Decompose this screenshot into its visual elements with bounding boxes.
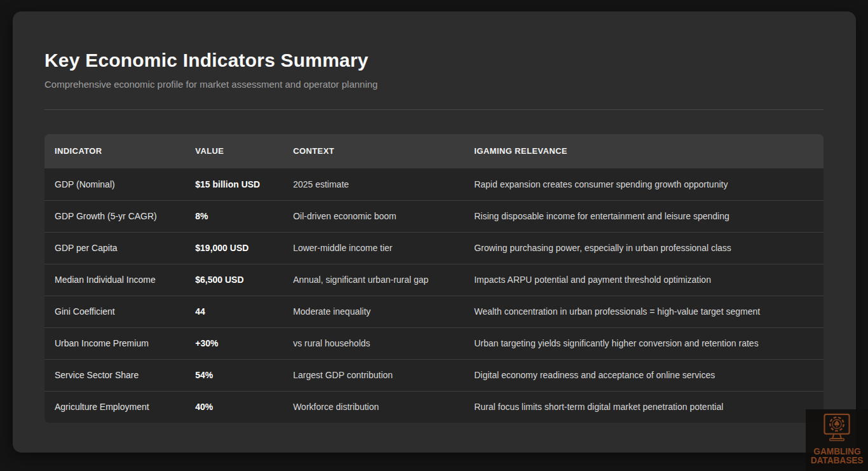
table-row: GDP Growth (5-yr CAGR)8%Oil-driven econo… xyxy=(44,200,824,232)
column-header-indicator: INDICATOR xyxy=(44,134,185,168)
cell-value: $6,500 USD xyxy=(185,264,283,296)
cell-indicator: GDP Growth (5-yr CAGR) xyxy=(44,200,185,232)
cell-indicator: Urban Income Premium xyxy=(44,327,185,359)
table-row: Median Individual Income$6,500 USDAnnual… xyxy=(44,264,824,296)
cell-value: 40% xyxy=(185,391,283,423)
cell-value: 8% xyxy=(185,200,283,232)
cell-context: Largest GDP contribution xyxy=(283,359,464,391)
table-row: GDP (Nominal)$15 billion USD2025 estimat… xyxy=(44,168,824,200)
monitor-poker-chip-icon xyxy=(818,413,856,447)
cell-relevance: Wealth concentration in urban profession… xyxy=(464,296,824,327)
table-header-row: INDICATOR VALUE CONTEXT IGAMING RELEVANC… xyxy=(44,134,824,168)
summary-card: Key Economic Indicators Summary Comprehe… xyxy=(13,11,856,453)
cell-context: Oil-driven economic boom xyxy=(283,200,464,232)
watermark-badge: GAMBLING DATABASES xyxy=(806,409,868,471)
cell-context: Workforce distribution xyxy=(283,391,464,423)
cell-relevance: Rapid expansion creates consumer spendin… xyxy=(464,168,824,200)
cell-context: vs rural households xyxy=(283,327,464,359)
table-body: GDP (Nominal)$15 billion USD2025 estimat… xyxy=(44,168,824,423)
cell-indicator: Median Individual Income xyxy=(44,264,185,296)
cell-value: $15 billion USD xyxy=(185,168,283,200)
cell-context: 2025 estimate xyxy=(283,168,464,200)
cell-value: 54% xyxy=(185,359,283,391)
table-row: Urban Income Premium+30%vs rural househo… xyxy=(44,327,824,359)
cell-value: +30% xyxy=(185,327,283,359)
cell-context: Lower-middle income tier xyxy=(283,232,464,264)
cell-relevance: Rural focus limits short-term digital ma… xyxy=(464,391,824,423)
page-subtitle: Comprehensive economic profile for marke… xyxy=(44,79,824,90)
cell-relevance: Digital economy readiness and acceptance… xyxy=(464,359,824,391)
cell-context: Moderate inequality xyxy=(283,296,464,327)
column-header-context: CONTEXT xyxy=(283,134,464,168)
cell-indicator: Gini Coefficient xyxy=(44,296,185,327)
table-row: Service Sector Share54%Largest GDP contr… xyxy=(44,359,824,391)
indicators-table-container: INDICATOR VALUE CONTEXT IGAMING RELEVANC… xyxy=(44,134,824,423)
watermark-text-line1: GAMBLING xyxy=(813,447,860,456)
column-header-value: VALUE xyxy=(185,134,283,168)
cell-relevance: Growing purchasing power, especially in … xyxy=(464,232,824,264)
cell-indicator: GDP (Nominal) xyxy=(44,168,185,200)
cell-value: $19,000 USD xyxy=(185,232,283,264)
cell-indicator: Agriculture Employment xyxy=(44,391,185,423)
indicators-table: INDICATOR VALUE CONTEXT IGAMING RELEVANC… xyxy=(44,134,824,423)
page-title: Key Economic Indicators Summary xyxy=(44,50,824,72)
table-row: Gini Coefficient44Moderate inequalityWea… xyxy=(44,296,824,327)
table-row: Agriculture Employment40%Workforce distr… xyxy=(44,391,824,423)
cell-context: Annual, significant urban-rural gap xyxy=(283,264,464,296)
page-background: Key Economic Indicators Summary Comprehe… xyxy=(0,0,868,471)
table-row: GDP per Capita$19,000 USDLower-middle in… xyxy=(44,232,824,264)
watermark-text-line2: DATABASES xyxy=(811,456,864,465)
cell-indicator: GDP per Capita xyxy=(44,232,185,264)
divider xyxy=(44,109,824,110)
cell-value: 44 xyxy=(185,296,283,327)
cell-relevance: Rising disposable income for entertainme… xyxy=(464,200,824,232)
column-header-igaming-relevance: IGAMING RELEVANCE xyxy=(464,134,824,168)
cell-relevance: Impacts ARPU potential and payment thres… xyxy=(464,264,824,296)
cell-relevance: Urban targeting yields significantly hig… xyxy=(464,327,824,359)
cell-indicator: Service Sector Share xyxy=(44,359,185,391)
